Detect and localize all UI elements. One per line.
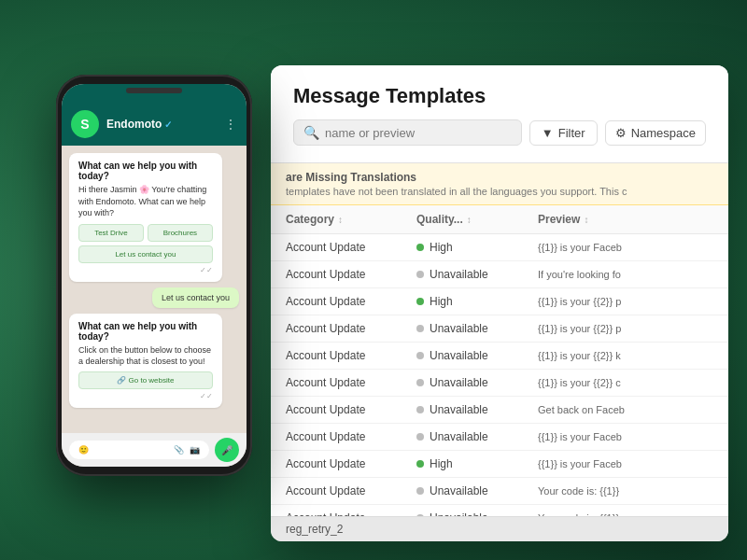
table-header-row: Category ↕ Quality... ↕ Preview ↕ [271,205,728,234]
filter-icon: ▼ [542,126,554,140]
category-cell: Account Update [286,376,416,389]
category-cell: Account Update [286,241,416,254]
quality-dot [416,271,424,278]
search-input[interactable] [325,126,512,140]
table-row[interactable]: Account Update Unavailable {{1}} is your… [271,424,728,451]
search-box[interactable]: 🔍 [293,119,522,146]
sent-message: Let us contact you [152,287,239,308]
company-name: Endomoto ✓ [106,118,217,131]
category-cell: Account Update [286,403,416,416]
col-header-category: Category ↕ [286,213,416,226]
preview-cell: {{1}} is your {{2}} p [538,323,706,334]
preview-cell: {{1}} is your {{2}} c [538,377,706,388]
go-to-website-button[interactable]: 🔗 Go to website [78,371,213,389]
toolbar: 🔍 ▼ Filter ⚙ Namespace [293,119,706,146]
quality-dot [416,406,424,413]
preview-cell: {{1}} is your Faceb [538,458,706,469]
category-cell: Account Update [286,295,416,308]
quality-cell: Unavailable [416,430,538,443]
contact-link-button[interactable]: Let us contact you [78,245,213,263]
preview-cell: Your code is: {{1}} [538,485,706,497]
quality-dot [416,379,424,386]
warning-text: templates have not been translated in al… [286,186,713,197]
table-row[interactable]: Account Update High {{1}} is your {{2}} … [271,288,728,315]
table-row[interactable]: Account Update Unavailable {{1}} is your… [271,370,728,397]
phone-screen: S Endomoto ✓ ⋮ What can we help you with… [62,84,247,467]
col-header-preview: Preview ↕ [538,213,706,226]
quality-cell: High [416,457,538,470]
bubble-time-2: ✓✓ [78,392,213,400]
bottom-template-name: reg_retry_2 [271,516,728,541]
chat-area: What can we help you with today? Hi ther… [62,146,247,433]
quality-label: Unavailable [430,403,488,416]
chat-bubble-2: What can we help you with today? Click o… [69,314,222,408]
mic-icon: 🎤 [221,445,233,455]
preview-cell: If you're looking fo [538,269,706,280]
quality-dot [416,433,424,441]
phone-wrapper: S Endomoto ✓ ⋮ What can we help you with… [56,75,252,476]
search-icon: 🔍 [303,125,319,140]
sort-icon-category[interactable]: ↕ [338,215,343,225]
sort-icon-quality[interactable]: ↕ [467,215,472,225]
phone-body: S Endomoto ✓ ⋮ What can we help you with… [56,75,252,476]
table-row[interactable]: Account Update Unavailable {{1}} is your… [271,315,728,343]
category-cell: Account Update [286,322,416,335]
quality-dot [416,244,424,251]
table-row[interactable]: Account Update High {{1}} is your Faceb [271,451,728,478]
table-body: Account Update High {{1}} is your Faceb … [271,234,728,532]
phone-notch [126,88,182,93]
quality-dot [416,298,424,305]
quality-dot [416,487,424,495]
table-row[interactable]: Account Update Unavailable Your code is:… [271,478,728,505]
quality-label: High [430,241,453,254]
warning-title: are Missing Translations [286,171,713,184]
quality-label: High [430,295,453,308]
chat-bubble-1: What can we help you with today? Hi ther… [69,153,222,282]
verified-icon: ✓ [164,119,172,130]
table-row[interactable]: Account Update Unavailable {{1}} is your… [271,343,728,370]
gear-icon: ⚙ [615,126,627,140]
namespace-button[interactable]: ⚙ Namespace [605,120,706,146]
chat-input[interactable]: 🙂 📎 📷 [69,441,209,459]
category-cell: Account Update [286,484,416,497]
mic-button[interactable]: 🎤 [215,438,239,462]
warning-bar: are Missing Translations templates have … [271,163,728,205]
quality-label: Unavailable [430,484,488,497]
filter-button[interactable]: ▼ Filter [529,120,598,146]
attachment-icon: 📎 [174,445,184,455]
category-cell: Account Update [286,268,416,281]
preview-cell: Get back on Faceb [538,404,706,415]
camera-icon: 📷 [190,445,200,455]
input-bar: 🙂 📎 📷 🎤 [62,433,247,467]
bubble-time-1: ✓✓ [78,266,213,274]
quality-dot [416,325,424,332]
quality-cell: Unavailable [416,349,538,362]
test-drive-button[interactable]: Test Drive [78,224,144,242]
brochures-button[interactable]: Brochures [148,224,213,242]
quality-cell: Unavailable [416,484,538,497]
quality-label: Unavailable [430,430,488,443]
quality-label: Unavailable [430,376,488,389]
bubble-buttons-1: Test Drive Brochures [78,224,213,242]
table-row[interactable]: Account Update High {{1}} is your Faceb [271,234,728,261]
header-info: Endomoto ✓ [106,118,217,131]
quality-cell: Unavailable [416,376,538,389]
category-cell: Account Update [286,457,416,470]
category-cell: Account Update [286,430,416,443]
table-row[interactable]: Account Update Unavailable If you're loo… [271,261,728,288]
sort-icon-preview[interactable]: ↕ [584,215,588,225]
quality-label: Unavailable [430,322,488,335]
preview-cell: {{1}} is your Faceb [538,431,706,442]
templates-table: Category ↕ Quality... ↕ Preview ↕ Accoun… [271,205,728,532]
menu-icon[interactable]: ⋮ [224,117,237,132]
emoji-icon: 🙂 [78,445,89,455]
quality-dot [416,460,424,468]
preview-cell: {{1}} is your {{2}} k [538,350,706,361]
quality-label: Unavailable [430,349,488,362]
table-row[interactable]: Account Update Unavailable Get back on F… [271,397,728,424]
panel-header: Message Templates 🔍 ▼ Filter ⚙ Namespace [271,65,728,163]
quality-cell: High [416,295,538,308]
quality-cell: Unavailable [416,268,538,281]
quality-label: Unavailable [430,268,488,281]
quality-cell: Unavailable [416,322,538,335]
